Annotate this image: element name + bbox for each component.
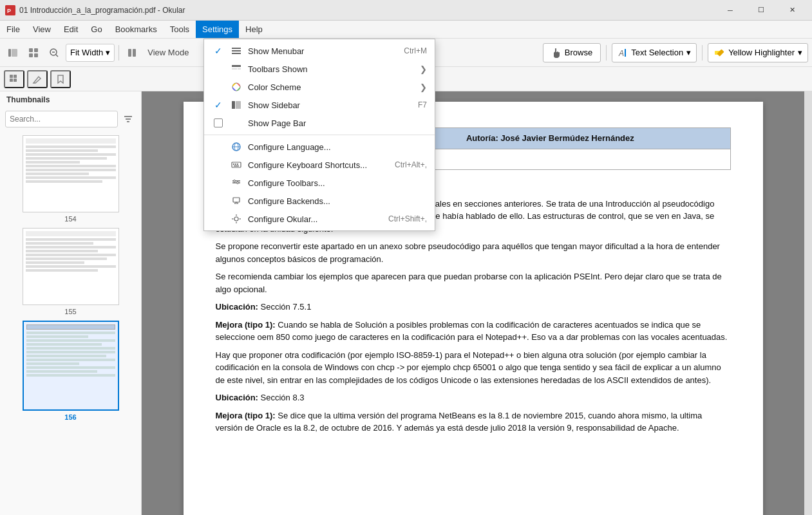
sidebar-label: Thumbnails bbox=[0, 91, 141, 108]
svg-rect-12 bbox=[133, 49, 136, 57]
svg-line-10 bbox=[56, 55, 58, 57]
configure-language-label: Configure Language... bbox=[248, 142, 427, 152]
pdf-ubicacion-2: Ubicación: Sección 8.3 bbox=[216, 391, 731, 404]
sidebar-search-area bbox=[0, 108, 141, 130]
highlighter-icon bbox=[713, 47, 725, 59]
browse-button[interactable]: Browse bbox=[543, 43, 601, 62]
thumbnails-list: 154 155 bbox=[0, 130, 141, 515]
configure-keyboard-shortcut: Ctrl+Alt+, bbox=[395, 160, 427, 169]
menu-bookmarks[interactable]: Bookmarks bbox=[109, 21, 164, 38]
svg-point-49 bbox=[234, 217, 238, 221]
text-selection-button[interactable]: A Text Selection ▾ bbox=[612, 43, 697, 62]
language-configure-icon bbox=[230, 142, 243, 152]
minimize-button[interactable]: ─ bbox=[715, 0, 745, 21]
svg-text:A: A bbox=[618, 49, 624, 58]
highlight-button[interactable]: Yellow Highlighter ▾ bbox=[708, 43, 808, 62]
menubar: File View Edit Go Bookmarks Tools Settin… bbox=[0, 21, 812, 39]
thumbnail-156[interactable]: 156 bbox=[5, 321, 136, 421]
close-button[interactable]: ✕ bbox=[777, 0, 807, 21]
menu-help[interactable]: Help bbox=[239, 21, 269, 38]
show-sidebar-shortcut: F7 bbox=[418, 100, 427, 109]
menu-item-show-sidebar[interactable]: ✓ Show Sidebar F7 bbox=[204, 96, 435, 114]
menu-item-configure-backends[interactable]: Configure Backends... bbox=[204, 192, 435, 210]
svg-rect-27 bbox=[232, 65, 241, 67]
keyboard-configure-icon bbox=[230, 160, 243, 170]
pdf-mejora-2: Mejora (tipo 1): Se dice que la ultima v… bbox=[216, 409, 731, 435]
svg-point-43 bbox=[234, 180, 236, 182]
menu-settings[interactable]: Settings bbox=[196, 21, 239, 38]
window-controls: ─ ☐ ✕ bbox=[715, 0, 807, 21]
color-scheme-label: Color Scheme bbox=[248, 82, 412, 92]
svg-rect-3 bbox=[12, 49, 17, 57]
svg-rect-24 bbox=[232, 48, 241, 49]
color-arrow-icon: ❯ bbox=[420, 82, 427, 92]
menu-item-toolbars-shown[interactable]: Toolbars Shown ❯ bbox=[204, 60, 435, 78]
maximize-button[interactable]: ☐ bbox=[746, 0, 776, 21]
menu-edit[interactable]: Edit bbox=[57, 21, 84, 38]
highlight-dropdown[interactable]: ▾ bbox=[798, 48, 802, 57]
thumbnails-tab[interactable] bbox=[4, 70, 24, 88]
view-mode-icon bbox=[127, 48, 137, 58]
app-icon: P bbox=[5, 5, 15, 15]
thumbnail-img-156 bbox=[23, 321, 119, 411]
menu-file[interactable]: File bbox=[0, 21, 26, 38]
pdf-paragraph-4: Hay que proponer otra codificación (por … bbox=[216, 349, 731, 387]
svg-rect-11 bbox=[128, 49, 131, 57]
configure-okular-label: Configure Okular... bbox=[248, 214, 383, 224]
toolbars-arrow-icon: ❯ bbox=[420, 64, 427, 74]
check-sidebar: ✓ bbox=[212, 100, 225, 110]
configure-okular-shortcut: Ctrl+Shift+, bbox=[388, 214, 427, 223]
zoom-out-button[interactable] bbox=[45, 42, 63, 63]
sidebar-toggle-button[interactable] bbox=[4, 42, 22, 63]
thumbnail-154[interactable]: 154 bbox=[5, 135, 136, 223]
pen-icon bbox=[32, 74, 42, 84]
menu-item-configure-okular[interactable]: Configure Okular... Ctrl+Shift+, bbox=[204, 210, 435, 228]
zoom-out-icon bbox=[49, 48, 59, 58]
color-wheel-icon bbox=[230, 82, 243, 92]
thumbnail-155[interactable]: 155 bbox=[5, 228, 136, 315]
svg-rect-32 bbox=[236, 101, 241, 109]
svg-rect-5 bbox=[34, 48, 38, 52]
menu-item-configure-keyboard[interactable]: Configure Keyboard Shortcuts... Ctrl+Alt… bbox=[204, 156, 435, 174]
thumbnail-view-button[interactable] bbox=[24, 42, 42, 63]
menu-item-show-page-bar[interactable]: Show Page Bar bbox=[204, 114, 435, 132]
show-menubar-shortcut: Ctrl+M bbox=[404, 46, 427, 55]
thumbnail-img-154 bbox=[23, 135, 119, 212]
menu-item-color-scheme[interactable]: Color Scheme ❯ bbox=[204, 78, 435, 96]
check-pagebar bbox=[212, 118, 225, 127]
svg-rect-25 bbox=[232, 50, 241, 52]
filter-icon bbox=[124, 115, 133, 124]
svg-rect-45 bbox=[233, 198, 240, 202]
settings-dropdown: ✓ Show Menubar Ctrl+M Toolbars Shown ❯ C… bbox=[203, 39, 435, 231]
window-title: 01 Introducción_a_la_programación.pdf - … bbox=[19, 6, 715, 15]
view-mode-button[interactable] bbox=[123, 42, 141, 63]
bookmarks-tab[interactable] bbox=[50, 70, 71, 88]
show-sidebar-icon bbox=[230, 100, 243, 110]
menu-tools[interactable]: Tools bbox=[164, 21, 196, 38]
menu-item-configure-toolbars[interactable]: Configure Toolbars... bbox=[204, 174, 435, 192]
toolbars-configure-icon bbox=[230, 178, 243, 188]
vertical-scrollbar[interactable] bbox=[804, 91, 812, 515]
configure-toolbars-label: Configure Toolbars... bbox=[248, 178, 427, 188]
text-sel-dropdown[interactable]: ▾ bbox=[686, 48, 691, 57]
fit-width-select[interactable]: Fit Width ▾ bbox=[66, 44, 115, 62]
toolbar-shown-icon bbox=[230, 64, 243, 74]
thumbnail-img-155 bbox=[23, 228, 119, 305]
check-show-menubar: ✓ bbox=[212, 46, 225, 56]
menu-item-show-menubar[interactable]: ✓ Show Menubar Ctrl+M bbox=[204, 42, 435, 60]
svg-rect-4 bbox=[29, 48, 33, 52]
menu-item-configure-language[interactable]: Configure Language... bbox=[204, 138, 435, 156]
menu-go[interactable]: Go bbox=[84, 21, 108, 38]
sidebar: Thumbnails bbox=[0, 91, 142, 515]
svg-rect-6 bbox=[29, 53, 33, 57]
filter-button[interactable] bbox=[120, 111, 136, 127]
svg-rect-7 bbox=[34, 53, 38, 57]
text-cursor-icon: A bbox=[618, 48, 628, 58]
svg-rect-39 bbox=[237, 164, 238, 165]
toolbar-separator-2 bbox=[606, 45, 607, 61]
annotations-tab[interactable] bbox=[27, 70, 48, 88]
menu-view[interactable]: View bbox=[26, 21, 57, 38]
pdf-ubicacion-1: Ubicación: Sección 7.5.1 bbox=[216, 301, 731, 314]
okular-configure-icon bbox=[230, 214, 243, 224]
search-input[interactable] bbox=[5, 111, 118, 127]
